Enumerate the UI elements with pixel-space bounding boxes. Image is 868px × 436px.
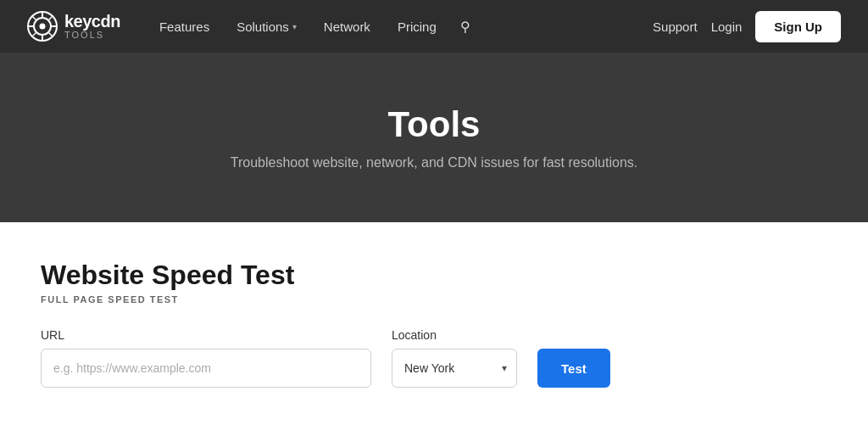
nav-item-solutions-label: Solutions <box>236 20 289 34</box>
nav-item-pricing-label: Pricing <box>398 20 437 34</box>
location-select-wrapper: New York Los Angeles London Frankfurt Si… <box>392 349 517 388</box>
svg-line-10 <box>32 33 36 37</box>
hero-title: Tools <box>388 104 481 145</box>
logo-main-text: keycdn <box>64 13 120 30</box>
hero-section: Tools Troubleshoot website, network, and… <box>0 53 868 222</box>
location-select[interactable]: New York Los Angeles London Frankfurt Si… <box>392 349 517 388</box>
speed-test-form: URL Location New York Los Angeles London… <box>41 328 827 388</box>
svg-point-2 <box>40 24 46 30</box>
nav-item-features[interactable]: Features <box>147 13 221 41</box>
nav-links: Features Solutions ▾ Network Pricing ⚲ <box>147 12 479 42</box>
test-button[interactable]: Test <box>537 349 610 388</box>
navbar: keycdn Tools Features Solutions ▾ Networ… <box>0 0 868 53</box>
signup-button[interactable]: Sign Up <box>755 11 841 42</box>
svg-line-9 <box>49 16 53 20</box>
url-input[interactable] <box>41 349 371 388</box>
tool-badge: FULL PAGE SPEED TEST <box>41 294 827 305</box>
url-form-group: URL <box>41 328 371 388</box>
svg-line-7 <box>32 16 36 20</box>
support-link[interactable]: Support <box>653 20 698 34</box>
nav-item-features-label: Features <box>159 20 209 34</box>
nav-item-solutions[interactable]: Solutions ▾ <box>225 13 309 41</box>
main-content: Website Speed Test FULL PAGE SPEED TEST … <box>0 222 868 422</box>
navbar-right: Support Login Sign Up <box>653 11 841 42</box>
login-link[interactable]: Login <box>711 20 743 34</box>
logo-text: keycdn Tools <box>64 13 120 40</box>
logo[interactable]: keycdn Tools <box>27 11 120 42</box>
url-label: URL <box>41 328 371 342</box>
navbar-left: keycdn Tools Features Solutions ▾ Networ… <box>27 11 479 42</box>
location-form-group: Location New York Los Angeles London Fra… <box>392 328 517 388</box>
solutions-chevron-icon: ▾ <box>292 22 297 31</box>
keycdn-logo-icon <box>27 11 58 42</box>
search-icon: ⚲ <box>460 20 470 34</box>
nav-item-network[interactable]: Network <box>312 13 382 41</box>
hero-subtitle: Troubleshoot website, network, and CDN i… <box>231 155 638 170</box>
tool-title: Website Speed Test <box>41 260 827 291</box>
svg-line-8 <box>49 33 53 37</box>
logo-sub-text: Tools <box>64 31 120 40</box>
location-label: Location <box>392 328 517 342</box>
search-button[interactable]: ⚲ <box>452 12 479 42</box>
nav-item-pricing[interactable]: Pricing <box>386 13 448 41</box>
nav-item-network-label: Network <box>324 20 370 34</box>
